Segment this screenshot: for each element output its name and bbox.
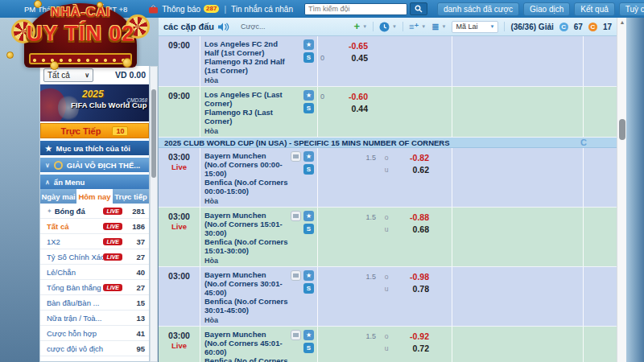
- match-time: 03:00: [159, 331, 200, 340]
- section-refresh-icon[interactable]: C: [580, 138, 587, 147]
- odds-format-select[interactable]: Mã Lai ▼: [452, 21, 498, 33]
- match-teams-cell: Bayern Munchen (No.of Corners 45:01-60:0…: [200, 327, 318, 362]
- refresh-orange-count: 17: [603, 23, 612, 31]
- live-indicator: Live: [159, 162, 200, 171]
- logo-line1: NHÀ-CÁI: [2, 6, 159, 20]
- menu-item-label: Tất cả: [47, 222, 103, 231]
- home-team-name: Bayern Munchen (No.of Corners 00:00-15:0…: [204, 151, 288, 178]
- sidebar-menu-item[interactable]: ✦ Cược hỗn hợp LIVE 41: [40, 326, 149, 341]
- speaker-icon[interactable]: [217, 23, 229, 31]
- over-marker: o: [376, 152, 397, 164]
- sidebar-menu-item[interactable]: ✦ Nữa trận / Toà... LIVE 13: [40, 311, 149, 326]
- favorite-star-icon[interactable]: ★: [303, 270, 314, 281]
- live-badge: LIVE: [103, 208, 122, 215]
- header-nav-button[interactable]: danh sách đã cược: [437, 2, 519, 16]
- away-team-name: Benfica (No.of Corners 15:01-30:00): [204, 237, 288, 255]
- live-badge: LIVE: [103, 223, 122, 230]
- draw-label: Hòa: [204, 316, 288, 324]
- sidebar-menu-item[interactable]: ✦ Tổng Bàn thắng LIVE 27: [40, 280, 149, 295]
- time-filter-button[interactable]: ▼: [379, 22, 397, 32]
- statistics-icon[interactable]: S: [303, 103, 314, 113]
- sidebar-menu-item[interactable]: ✦ 1X2 LIVE 37: [40, 234, 149, 249]
- odds-value-under[interactable]: 0.45: [329, 52, 368, 64]
- menu-item-count: 186: [129, 222, 145, 231]
- caret-down-icon: ▼: [489, 24, 494, 29]
- league-section-header[interactable]: 2025 CLUB WORLD CUP (IN USA) - SPECIFIC …: [159, 138, 617, 148]
- odds-column-extra: [584, 208, 617, 266]
- sidebar-day-tab[interactable]: Trực tiếp: [113, 189, 149, 204]
- odds-value-over[interactable]: -0.88: [397, 212, 429, 224]
- statistics-icon[interactable]: S: [303, 164, 314, 175]
- bet-slip-label: Cược...: [241, 23, 265, 31]
- league-header-world-championship[interactable]: ∨ GIẢI VÔ ĐỊCH THẾ...: [40, 158, 149, 172]
- chevron-down-icon: ∨: [45, 162, 50, 169]
- menu-item-label: Nữa trận / Toà...: [47, 314, 129, 323]
- under-marker: u: [376, 164, 397, 176]
- favorite-star-icon[interactable]: ★: [303, 39, 314, 50]
- sidebar-menu-item[interactable]: ✦ Bóng đá LIVE 281: [40, 204, 149, 219]
- club-world-cup-banner[interactable]: 2025 FIFA Club World Cup CMD368: [40, 84, 149, 121]
- header-nav-button[interactable]: Kết quả: [574, 2, 614, 16]
- odds-value-over[interactable]: -0.60: [329, 91, 368, 103]
- odds-value-over[interactable]: -0.98: [397, 271, 429, 283]
- favorite-star-icon[interactable]: ★: [303, 151, 314, 162]
- odds-value-under[interactable]: 0.62: [397, 164, 429, 176]
- refresh-orange-icon[interactable]: C: [588, 23, 597, 31]
- main-scrollbar-thumb[interactable]: [619, 119, 625, 140]
- live-stream-icon[interactable]: [291, 211, 301, 221]
- sidebar-menu-item[interactable]: ✦ Lẻ/Chẵn LIVE 40: [40, 265, 149, 280]
- odds-value-over[interactable]: -0.82: [397, 152, 429, 164]
- odds-column-secondary: [452, 208, 584, 266]
- header-nav-button[interactable]: Giao dịch: [523, 2, 570, 16]
- refresh-blue-icon[interactable]: C: [559, 23, 568, 31]
- sidebar-day-tab[interactable]: Ngày mai: [40, 189, 76, 204]
- favorite-star-icon[interactable]: ★: [303, 211, 314, 221]
- sort-options-button[interactable]: ≡⁺ ▼: [409, 22, 426, 32]
- odds-value-under[interactable]: 0.44: [329, 103, 368, 115]
- personal-messages-link[interactable]: Tin nhắn cá nhân: [231, 5, 293, 14]
- over-marker: o: [376, 212, 397, 224]
- add-view-button[interactable]: + ▼: [354, 23, 368, 31]
- odds-value-under[interactable]: 0.78: [397, 283, 429, 295]
- toolbar-divider: [373, 22, 374, 31]
- favorite-star-icon[interactable]: ★: [303, 90, 314, 101]
- favorite-star-icon[interactable]: ★: [303, 330, 314, 340]
- hide-menu-button[interactable]: ∧ ẩn Menu: [40, 175, 149, 189]
- select-caret-icon: ∨: [85, 72, 89, 79]
- search-button[interactable]: [410, 2, 427, 15]
- odds-value-under[interactable]: 0.68: [397, 224, 429, 236]
- statistics-icon[interactable]: S: [303, 224, 314, 234]
- odds-column-secondary: [452, 327, 584, 362]
- odds-value-over[interactable]: -0.92: [397, 331, 429, 343]
- display-options-button[interactable]: ≣ ▼: [431, 22, 446, 32]
- team-search-input[interactable]: [304, 3, 407, 15]
- live-stream-icon[interactable]: [291, 330, 301, 340]
- favorites-button[interactable]: ★ Mục ưa thích của tôi: [40, 141, 149, 155]
- odds-column-extra: [584, 327, 617, 362]
- matches-toolbar: các cặp đấu Cược... + ▼ ▼ ≡⁺ ▼: [159, 18, 617, 36]
- live-stream-icon[interactable]: [291, 151, 301, 162]
- matches-title: các cặp đấu: [163, 22, 214, 31]
- sidebar-menu-item[interactable]: ✦ cược đội vô địch LIVE 95: [40, 341, 149, 356]
- scrollbar-up-arrow[interactable]: ▲: [617, 19, 627, 25]
- main-scrollbar: ▲: [617, 18, 626, 362]
- odds-column-primary: -0.65 0 0.45: [318, 36, 452, 86]
- handicap-value: 1.5: [318, 212, 376, 224]
- menu-item-count: 95: [129, 344, 145, 353]
- odds-value-under[interactable]: 0.72: [397, 343, 429, 355]
- live-now-button[interactable]: Trực Tiếp 10: [40, 123, 149, 138]
- odds-value-over[interactable]: -0.65: [329, 40, 368, 52]
- sidebar-day-tab[interactable]: Hôm nay: [76, 189, 113, 204]
- caret-down-icon: ▼: [421, 24, 426, 29]
- odds-format-selected: Mã Lai: [456, 23, 477, 31]
- statistics-icon[interactable]: S: [303, 283, 314, 294]
- statistics-icon[interactable]: S: [303, 52, 314, 63]
- sidebar-menu-item[interactable]: ✦ Bàn đầu/Bàn ... LIVE 15: [40, 295, 149, 311]
- sidebar-scrollbar-thumb[interactable]: [151, 89, 156, 178]
- statistics-icon[interactable]: S: [303, 343, 314, 353]
- live-stream-icon[interactable]: [291, 270, 301, 281]
- sidebar-menu-item[interactable]: ✦ Tất cả LIVE 186: [40, 219, 149, 234]
- header-nav-button[interactable]: Tuỳ chọn: [619, 2, 644, 16]
- sidebar-menu-item[interactable]: ✦ Tỷ Số Chính Xác LIVE 27: [40, 249, 149, 265]
- odds-column-extra: [584, 87, 617, 137]
